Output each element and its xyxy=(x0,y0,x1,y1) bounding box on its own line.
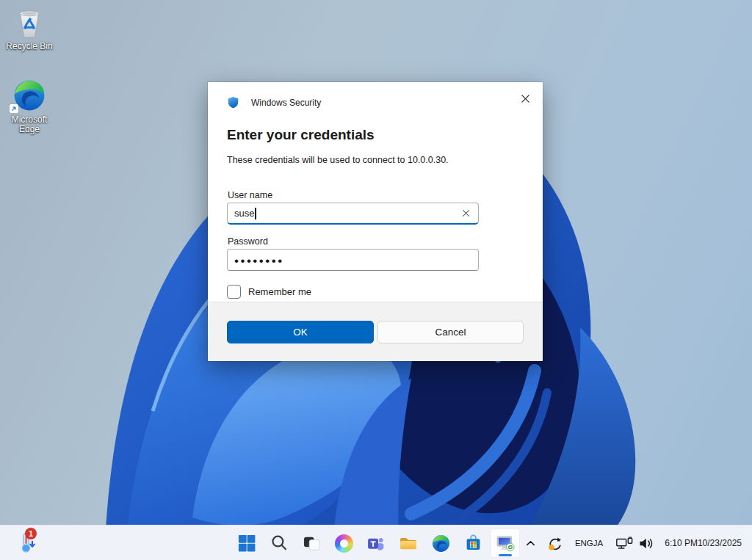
system-tray: ENG JA 6:10 PM 10/23/2025 xyxy=(522,526,746,560)
desktop-icon-edge[interactable]: Microsoft Edge xyxy=(1,76,58,135)
remote-desktop-icon xyxy=(495,533,516,554)
notification-badge: 1 xyxy=(25,528,37,539)
dialog-heading: Enter your credentials xyxy=(227,127,375,143)
tray-update-button[interactable] xyxy=(544,533,565,554)
ok-button[interactable]: OK xyxy=(227,321,374,343)
file-explorer-icon xyxy=(398,533,419,553)
chevron-up-icon xyxy=(525,539,536,547)
edge-icon xyxy=(1,76,58,113)
username-label: User name xyxy=(228,190,272,200)
language-primary: ENG xyxy=(575,538,593,549)
taskbar-edge-button[interactable] xyxy=(426,528,455,558)
tray-network-volume-button[interactable] xyxy=(612,533,658,554)
search-icon xyxy=(270,534,289,553)
task-view-icon xyxy=(302,534,322,553)
taskbar-search-button[interactable] xyxy=(264,528,294,558)
windows-start-icon xyxy=(237,534,256,553)
remember-me-label: Remember me xyxy=(248,286,311,297)
tray-language-button[interactable]: ENG JA xyxy=(571,537,607,550)
taskbar-remote-desktop-button[interactable] xyxy=(491,528,520,558)
clear-x-icon xyxy=(462,209,470,217)
taskbar-teams-button[interactable] xyxy=(361,528,391,558)
taskbar-taskview-button[interactable] xyxy=(297,528,326,558)
username-value: suse xyxy=(234,208,254,219)
dialog-subtitle: These credentials will be used to connec… xyxy=(227,155,449,165)
recycle-bin-icon xyxy=(1,7,58,40)
language-secondary: JA xyxy=(593,538,603,549)
tray-hidden-icons-button[interactable] xyxy=(522,537,539,550)
clock-time: 6:10 PM xyxy=(665,537,698,549)
text-caret xyxy=(255,208,256,219)
clock-date: 10/23/2025 xyxy=(698,537,742,549)
taskbar-widgets-button[interactable]: 1 xyxy=(9,529,44,557)
cancel-button[interactable]: Cancel xyxy=(377,321,524,343)
volume-icon xyxy=(638,537,655,550)
clear-username-button[interactable] xyxy=(458,206,473,221)
password-input[interactable]: •••••••• xyxy=(227,249,479,271)
sync-update-icon xyxy=(547,536,563,551)
remember-me-checkbox[interactable] xyxy=(227,285,241,299)
edge-icon xyxy=(431,534,451,553)
active-app-indicator xyxy=(499,554,512,556)
windows-security-dialog: Windows Security Enter your credentials … xyxy=(208,82,543,361)
taskbar-app-icons xyxy=(232,528,520,558)
desktop-icon-recycle-bin[interactable]: Recycle Bin xyxy=(1,7,58,51)
desktop-icon-label: Microsoft Edge xyxy=(1,115,58,135)
dialog-header: Windows Security xyxy=(227,96,321,109)
microsoft-store-icon xyxy=(463,534,483,553)
security-shield-icon xyxy=(227,96,239,109)
desktop-icon-label: Recycle Bin xyxy=(1,42,58,51)
close-icon xyxy=(521,94,530,103)
password-masked-value: •••••••• xyxy=(234,255,284,267)
shortcut-arrow-icon xyxy=(10,104,18,113)
password-label: Password xyxy=(228,236,268,247)
copilot-icon xyxy=(335,534,353,553)
tray-clock-button[interactable]: 6:10 PM 10/23/2025 xyxy=(663,536,746,550)
dialog-footer: OK Cancel xyxy=(208,302,543,361)
username-input[interactable]: suse xyxy=(227,203,479,225)
teams-icon xyxy=(366,534,386,553)
close-button[interactable] xyxy=(515,88,535,109)
taskbar-start-button[interactable] xyxy=(232,528,261,558)
desktop: Recycle Bin Microsoft Edge Windows Secur… xyxy=(0,0,752,560)
network-icon xyxy=(615,536,634,551)
dialog-title: Windows Security xyxy=(251,98,321,108)
remember-me-row: Remember me xyxy=(227,285,311,299)
taskbar-store-button[interactable] xyxy=(458,528,488,558)
taskbar-copilot-button[interactable] xyxy=(329,528,358,558)
taskbar: 1 xyxy=(0,525,752,560)
taskbar-explorer-button[interactable] xyxy=(394,528,423,558)
